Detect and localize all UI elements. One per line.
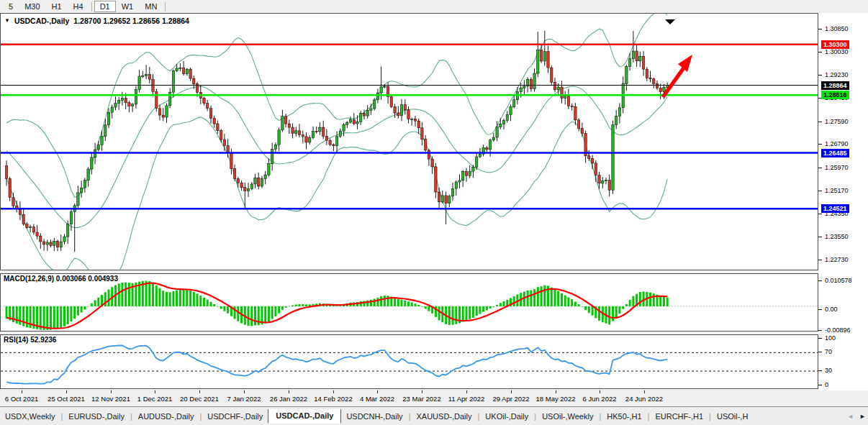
timeframe-button-MN[interactable]: MN bbox=[139, 1, 163, 12]
macd-axis-tick bbox=[818, 280, 822, 281]
time-axis-tick bbox=[422, 390, 422, 393]
time-axis-label: 7 Jan 2022 bbox=[227, 395, 261, 403]
trend-arrow-head[interactable] bbox=[678, 55, 692, 72]
macd-indicator-panel[interactable] bbox=[0, 273, 818, 332]
level-price-badge: 1.24521 bbox=[821, 204, 849, 213]
price-axis-label: 1.30850 bbox=[825, 25, 849, 32]
macd-axis-tick bbox=[818, 309, 822, 310]
symbol-tab-USDX-Weekly[interactable]: USDX,Weekly bbox=[0, 409, 60, 424]
tabs-scroll-right-icon[interactable]: ► bbox=[859, 413, 866, 420]
time-axis-label: 24 Jun 2022 bbox=[625, 395, 663, 403]
symbol-tabs: USDX,Weekly|EURUSD-,Daily|AUDUSD-,Daily|… bbox=[0, 409, 833, 424]
time-axis-tick bbox=[511, 390, 512, 393]
main-price-chart[interactable] bbox=[0, 13, 818, 270]
rsi-indicator-panel[interactable] bbox=[0, 334, 818, 389]
time-axis-tick bbox=[289, 390, 289, 393]
chart-shift-marker-icon[interactable] bbox=[665, 19, 675, 24]
time-axis-tick bbox=[556, 390, 556, 393]
chart-title: ▼ USDCAD-,Daily 1.28700 1.29652 1.28656 … bbox=[4, 17, 189, 25]
time-axis-tick bbox=[600, 390, 600, 393]
time-axis-tick bbox=[66, 390, 67, 393]
price-axis-tick bbox=[818, 237, 822, 237]
symbol-tab-EURUSD-Daily[interactable]: EURUSD-,Daily bbox=[63, 409, 130, 424]
macd-axis-label: 0.00 bbox=[825, 306, 838, 313]
time-axis-tick bbox=[111, 390, 112, 393]
price-axis-label: 1.26790 bbox=[825, 140, 849, 147]
timeframe-button-H4[interactable]: H4 bbox=[68, 1, 89, 12]
mt4-chart-window: { "toolbar": { "timeframes": [ {"label":… bbox=[0, 0, 868, 425]
timeframe-button-D1[interactable]: D1 bbox=[94, 1, 116, 12]
price-axis-label: 1.30030 bbox=[825, 48, 849, 55]
rsi-line bbox=[6, 345, 667, 383]
time-axis-label: 20 Dec 2021 bbox=[180, 395, 219, 403]
rsi-canvas[interactable] bbox=[1, 335, 818, 388]
price-axis-label: 1.25170 bbox=[825, 187, 849, 194]
rsi-axis-label: 70 bbox=[825, 348, 832, 355]
level-price-badge: 1.28516 bbox=[821, 91, 849, 99]
tabs-scroll-left-icon[interactable]: ◄ bbox=[847, 413, 854, 420]
price-axis[interactable]: 1.308501.300301.292301.284101.275901.267… bbox=[818, 13, 868, 390]
chart-dropdown-icon[interactable]: ▼ bbox=[4, 17, 10, 24]
time-axis-tick bbox=[199, 390, 200, 393]
timeframe-button-5[interactable]: 5 bbox=[3, 1, 19, 12]
symbol-tab-UKOil-Daily[interactable]: UKOil-,Daily bbox=[480, 409, 533, 424]
price-axis-tick bbox=[818, 122, 822, 122]
time-axis[interactable]: 6 Oct 202125 Oct 202112 Nov 20211 Dec 20… bbox=[0, 390, 818, 406]
level-price-badge: 1.30300 bbox=[821, 40, 849, 49]
chart-ohlc-values: 1.28700 1.29652 1.28656 1.28864 bbox=[73, 17, 189, 25]
macd-axis-label: 0.010578 bbox=[825, 277, 852, 284]
timeframe-button-W1[interactable]: W1 bbox=[116, 1, 140, 12]
symbol-tab-bar: USDX,Weekly|EURUSD-,Daily|AUDUSD-,Daily|… bbox=[0, 406, 868, 425]
time-axis-label: 12 Nov 2021 bbox=[91, 395, 130, 403]
symbol-tab-USOil-Weekly[interactable]: USOil-,Weekly bbox=[537, 409, 598, 424]
rsi-axis-label: 30 bbox=[825, 367, 832, 374]
level-price-badge: 1.26485 bbox=[821, 149, 849, 157]
time-axis-label: 26 Jan 2022 bbox=[270, 395, 307, 403]
candlestick-canvas[interactable] bbox=[1, 14, 818, 270]
macd-axis-label: -0.00896 bbox=[825, 326, 851, 334]
time-axis-tick bbox=[155, 390, 155, 393]
macd-canvas[interactable] bbox=[1, 274, 818, 331]
symbol-tab-EURCHF-H1[interactable]: EURCHF-,H1 bbox=[650, 409, 708, 424]
time-axis-tick bbox=[22, 390, 22, 393]
timeframe-button-H1[interactable]: H1 bbox=[46, 1, 68, 12]
symbol-tab-USDCHF-Daily[interactable]: USDCHF-,Daily bbox=[202, 409, 268, 424]
rsi-label: RSI(14) 52.9236 bbox=[4, 336, 56, 344]
chart-symbol-period: USDCAD-,Daily bbox=[14, 17, 69, 25]
price-axis-tick bbox=[818, 260, 822, 260]
time-axis-label: 11 Apr 2022 bbox=[448, 395, 485, 403]
time-axis-label: 23 Mar 2022 bbox=[402, 395, 440, 403]
price-axis-tick bbox=[818, 168, 822, 168]
toolbar-separator bbox=[91, 2, 92, 12]
price-axis-tick bbox=[818, 29, 822, 29]
price-axis-label: 1.27590 bbox=[825, 118, 849, 125]
price-axis-label: 1.29230 bbox=[825, 71, 849, 78]
rsi-axis-tick bbox=[818, 338, 822, 339]
time-axis-label: 14 Feb 2022 bbox=[314, 395, 352, 403]
macd-axis-tick bbox=[818, 330, 822, 331]
rsi-axis-tick bbox=[818, 385, 822, 385]
trend-arrow-annotation[interactable] bbox=[663, 67, 684, 97]
price-axis-tick bbox=[818, 191, 822, 191]
symbol-tab-XAUUSD-Daily[interactable]: XAUUSD-,Daily bbox=[411, 409, 476, 424]
time-axis-tick bbox=[377, 390, 378, 393]
symbol-tab-USOil-H[interactable]: USOil-,H bbox=[712, 409, 753, 424]
symbol-tab-AUDUSD-Daily[interactable]: AUDUSD-,Daily bbox=[133, 409, 199, 424]
time-axis-tick bbox=[333, 390, 334, 393]
price-axis-label: 1.23550 bbox=[825, 233, 849, 240]
rsi-axis-tick bbox=[818, 370, 822, 371]
time-axis-label: 18 May 2022 bbox=[536, 395, 576, 403]
price-axis-tick bbox=[818, 144, 822, 145]
timeframe-button-M30[interactable]: M30 bbox=[19, 1, 45, 12]
time-axis-label: 1 Dec 2021 bbox=[137, 395, 173, 403]
toolbar-separator bbox=[165, 2, 166, 12]
price-axis-tick bbox=[818, 52, 822, 52]
time-axis-label: 29 Apr 2022 bbox=[492, 395, 529, 403]
macd-label: MACD(12,26,9) 0.003066 0.004933 bbox=[4, 275, 118, 283]
time-axis-label: 6 Oct 2021 bbox=[5, 395, 38, 403]
symbol-tab-USDCNH-Daily[interactable]: USDCNH-,Daily bbox=[341, 409, 407, 424]
symbol-tab-HK50-H1[interactable]: HK50-,H1 bbox=[602, 409, 646, 424]
time-axis-label: 6 Jun 2022 bbox=[582, 395, 616, 403]
rsi-axis-tick bbox=[818, 352, 822, 352]
symbol-tab-USDCAD-Daily[interactable]: USDCAD-,Daily bbox=[268, 409, 341, 424]
